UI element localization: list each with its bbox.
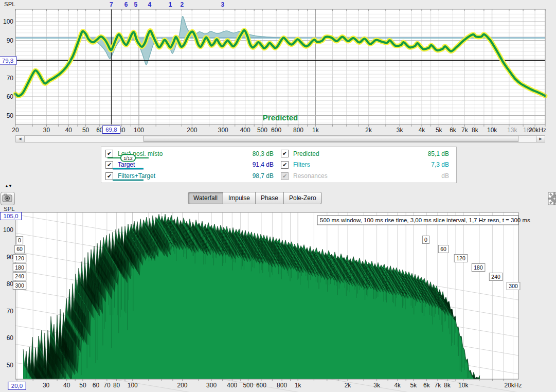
svg-text:100: 100 [3,226,13,234]
trace-checkbox[interactable]: ✔ [281,161,289,169]
svg-text:3k: 3k [373,382,381,389]
svg-text:200: 200 [177,382,187,389]
svg-text:180: 180 [15,264,24,271]
splitter-collapse-icon[interactable]: ▲▼ [5,184,12,188]
y-axis-title: SPL [4,1,15,7]
trace-level-value: dB [407,172,454,180]
svg-text:20kHz: 20kHz [504,382,522,389]
svg-text:100: 100 [3,18,13,25]
svg-text:100: 100 [128,382,138,389]
waterfall-y-axis-title: SPL [4,206,15,212]
svg-text:90: 90 [7,254,14,261]
svg-text:40: 40 [65,127,73,134]
scrollbar-thumb[interactable] [144,136,518,142]
svg-text:300: 300 [218,127,228,134]
svg-text:240: 240 [491,274,500,280]
bottom-graph-tabs: WaterfallImpulsePhasePole-Zero [188,192,322,204]
svg-text:90: 90 [7,37,14,44]
svg-text:600: 600 [271,127,281,134]
trace-checkbox[interactable]: ✔ [281,150,289,157]
waterfall-y-labels: 1009080706050 [3,226,13,369]
waterfall-x-labels: 3040506070801002003004005006008001k2k3k4… [43,382,522,389]
panel-splitter[interactable]: ▲▼ [0,184,556,190]
svg-text:70: 70 [7,75,14,82]
waterfall-tick-marks [17,379,513,381]
svg-text:20kHz: 20kHz [529,127,546,134]
svg-text:7k: 7k [435,382,442,389]
svg-text:2k: 2k [345,382,352,389]
svg-text:400: 400 [240,127,250,134]
waterfall-info-box: 500 ms window, 100 ms rise time, 3,00 ms… [317,216,530,225]
svg-text:60: 60 [93,382,100,389]
svg-text:79,3: 79,3 [2,58,13,64]
tab-pole-zero[interactable]: Pole-Zero [283,192,322,204]
scroll-right-button[interactable]: ▶ [536,136,545,142]
svg-text:50: 50 [7,362,14,369]
svg-text:80: 80 [113,382,120,389]
svg-text:20,0: 20,0 [11,383,23,389]
svg-text:500: 500 [243,382,253,389]
svg-text:300: 300 [15,282,24,289]
svg-text:500 ms window, 100 ms rise tim: 500 ms window, 100 ms rise time, 3,00 ms… [320,217,530,223]
svg-text:5k: 5k [436,127,443,134]
frequency-scrollbar[interactable]: ◀ ▶ [15,135,545,142]
trace-checkbox[interactable]: ✔ [281,172,289,180]
svg-text:5k: 5k [410,382,418,389]
svg-text:0: 0 [18,237,21,243]
waterfall-toolbar: WaterfallImpulsePhasePole-Zero [0,191,556,205]
svg-text:50: 50 [79,382,86,389]
tab-waterfall[interactable]: Waterfall [188,192,223,204]
svg-text:1k: 1k [295,382,302,389]
waterfall-chart[interactable]: 006060120120180180240240300300500 ms win… [0,206,556,392]
svg-text:500: 500 [257,127,267,134]
svg-text:600: 600 [256,382,266,389]
svg-text:6k: 6k [450,127,457,134]
svg-text:6: 6 [124,1,128,8]
svg-text:20: 20 [12,127,19,134]
svg-text:120: 120 [15,255,24,261]
y-axis-labels: 10090706050 [3,18,13,119]
svg-text:3: 3 [221,1,224,8]
svg-text:200: 200 [187,127,197,134]
svg-text:100: 100 [134,127,144,134]
svg-text:10k: 10k [458,382,469,389]
capture-button[interactable] [1,192,15,205]
settings-gear-icon[interactable] [548,192,556,205]
svg-text:4k: 4k [419,127,426,134]
svg-text:2: 2 [181,1,184,8]
scroll-left-button[interactable]: ◀ [16,136,25,142]
svg-text:30: 30 [43,382,50,389]
svg-text:80: 80 [7,280,14,288]
svg-text:0: 0 [424,237,427,243]
svg-text:180: 180 [474,264,483,271]
svg-text:800: 800 [277,382,287,389]
capture-icon [1,192,13,204]
svg-text:5: 5 [134,1,138,8]
svg-text:4k: 4k [394,382,401,389]
tab-phase[interactable]: Phase [255,192,284,204]
svg-text:50: 50 [82,127,89,134]
svg-text:2k: 2k [365,127,372,134]
svg-text:1/12: 1/12 [123,155,133,161]
svg-text:8k: 8k [472,127,479,134]
svg-text:70: 70 [7,308,14,315]
svg-text:40: 40 [63,382,70,389]
trace-label: Resonances [293,172,346,180]
trace-label: Predicted [293,150,346,157]
svg-text:1: 1 [169,1,172,8]
legend-group-2: ✔Predicted1/1285,1 dB✔Filters7,3 dB✔Reso… [279,148,454,182]
svg-text:6k: 6k [423,382,431,389]
trace-level-value: 85,1 dB [407,150,454,157]
svg-text:69,8: 69,8 [105,127,117,133]
svg-text:120: 120 [456,255,465,261]
trace-level-value: 80,3 dB [231,150,279,157]
spl-response-chart[interactable]: SPL7654123Predicted1009070605079,3203040… [0,0,556,135]
legend-row: ✔Filters7,3 dB [279,159,454,170]
svg-text:400: 400 [227,382,237,389]
x-axis-labels: 2030405060801002003004005006008001k2k3k4… [12,127,546,134]
svg-text:13k: 13k [507,127,517,134]
svg-text:8k: 8k [444,382,451,389]
filter-number-markers: 7654123 [110,1,224,8]
svg-text:1k: 1k [312,127,319,134]
tab-impulse[interactable]: Impulse [223,192,256,204]
